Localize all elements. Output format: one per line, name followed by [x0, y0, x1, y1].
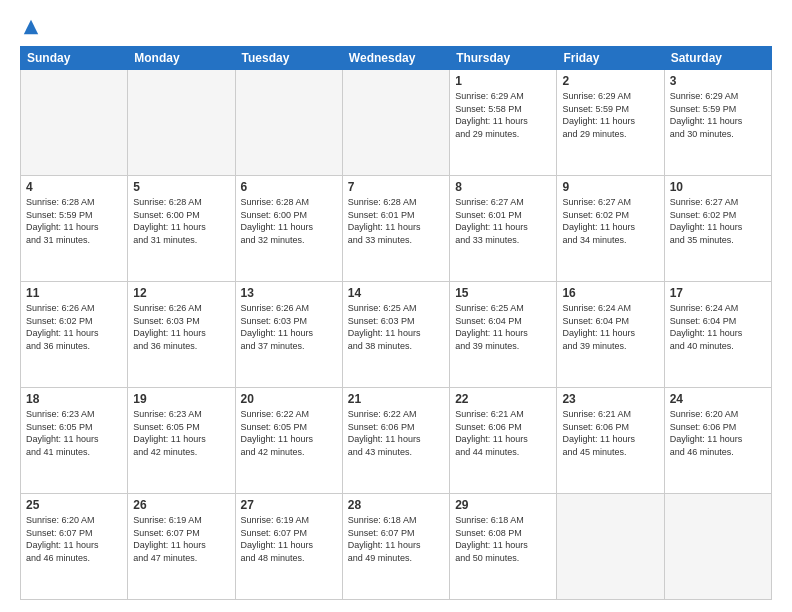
day-number: 14	[348, 286, 444, 300]
day-number: 24	[670, 392, 766, 406]
weekday-header-row: SundayMondayTuesdayWednesdayThursdayFrid…	[21, 47, 772, 70]
calendar-cell: 6Sunrise: 6:28 AM Sunset: 6:00 PM Daylig…	[235, 176, 342, 282]
day-info: Sunrise: 6:25 AM Sunset: 6:04 PM Dayligh…	[455, 302, 551, 352]
day-info: Sunrise: 6:19 AM Sunset: 6:07 PM Dayligh…	[241, 514, 337, 564]
day-number: 27	[241, 498, 337, 512]
day-info: Sunrise: 6:20 AM Sunset: 6:07 PM Dayligh…	[26, 514, 122, 564]
day-info: Sunrise: 6:26 AM Sunset: 6:02 PM Dayligh…	[26, 302, 122, 352]
day-number: 4	[26, 180, 122, 194]
calendar-week-row: 11Sunrise: 6:26 AM Sunset: 6:02 PM Dayli…	[21, 282, 772, 388]
logo	[20, 20, 40, 36]
calendar-cell: 3Sunrise: 6:29 AM Sunset: 5:59 PM Daylig…	[664, 70, 771, 176]
weekday-header: Sunday	[21, 47, 128, 70]
calendar-cell: 20Sunrise: 6:22 AM Sunset: 6:05 PM Dayli…	[235, 388, 342, 494]
calendar-cell	[557, 494, 664, 600]
calendar-cell: 28Sunrise: 6:18 AM Sunset: 6:07 PM Dayli…	[342, 494, 449, 600]
calendar-cell: 11Sunrise: 6:26 AM Sunset: 6:02 PM Dayli…	[21, 282, 128, 388]
svg-marker-0	[24, 20, 38, 34]
calendar-cell: 13Sunrise: 6:26 AM Sunset: 6:03 PM Dayli…	[235, 282, 342, 388]
calendar-cell: 22Sunrise: 6:21 AM Sunset: 6:06 PM Dayli…	[450, 388, 557, 494]
day-number: 8	[455, 180, 551, 194]
calendar-cell	[342, 70, 449, 176]
day-info: Sunrise: 6:26 AM Sunset: 6:03 PM Dayligh…	[133, 302, 229, 352]
day-info: Sunrise: 6:27 AM Sunset: 6:01 PM Dayligh…	[455, 196, 551, 246]
calendar-cell: 25Sunrise: 6:20 AM Sunset: 6:07 PM Dayli…	[21, 494, 128, 600]
day-number: 18	[26, 392, 122, 406]
day-info: Sunrise: 6:27 AM Sunset: 6:02 PM Dayligh…	[562, 196, 658, 246]
calendar-week-row: 1Sunrise: 6:29 AM Sunset: 5:58 PM Daylig…	[21, 70, 772, 176]
day-info: Sunrise: 6:22 AM Sunset: 6:05 PM Dayligh…	[241, 408, 337, 458]
calendar-cell: 27Sunrise: 6:19 AM Sunset: 6:07 PM Dayli…	[235, 494, 342, 600]
calendar-cell: 26Sunrise: 6:19 AM Sunset: 6:07 PM Dayli…	[128, 494, 235, 600]
day-number: 12	[133, 286, 229, 300]
calendar-cell: 14Sunrise: 6:25 AM Sunset: 6:03 PM Dayli…	[342, 282, 449, 388]
calendar-cell: 5Sunrise: 6:28 AM Sunset: 6:00 PM Daylig…	[128, 176, 235, 282]
day-number: 28	[348, 498, 444, 512]
day-number: 19	[133, 392, 229, 406]
day-info: Sunrise: 6:24 AM Sunset: 6:04 PM Dayligh…	[670, 302, 766, 352]
calendar-cell: 16Sunrise: 6:24 AM Sunset: 6:04 PM Dayli…	[557, 282, 664, 388]
calendar-cell: 29Sunrise: 6:18 AM Sunset: 6:08 PM Dayli…	[450, 494, 557, 600]
day-info: Sunrise: 6:25 AM Sunset: 6:03 PM Dayligh…	[348, 302, 444, 352]
day-info: Sunrise: 6:20 AM Sunset: 6:06 PM Dayligh…	[670, 408, 766, 458]
day-info: Sunrise: 6:28 AM Sunset: 6:00 PM Dayligh…	[241, 196, 337, 246]
calendar-cell	[21, 70, 128, 176]
day-number: 17	[670, 286, 766, 300]
day-number: 16	[562, 286, 658, 300]
day-info: Sunrise: 6:23 AM Sunset: 6:05 PM Dayligh…	[133, 408, 229, 458]
day-info: Sunrise: 6:29 AM Sunset: 5:58 PM Dayligh…	[455, 90, 551, 140]
day-number: 22	[455, 392, 551, 406]
calendar-cell: 1Sunrise: 6:29 AM Sunset: 5:58 PM Daylig…	[450, 70, 557, 176]
calendar-cell: 19Sunrise: 6:23 AM Sunset: 6:05 PM Dayli…	[128, 388, 235, 494]
day-info: Sunrise: 6:28 AM Sunset: 6:01 PM Dayligh…	[348, 196, 444, 246]
day-info: Sunrise: 6:18 AM Sunset: 6:07 PM Dayligh…	[348, 514, 444, 564]
day-number: 26	[133, 498, 229, 512]
calendar-cell: 24Sunrise: 6:20 AM Sunset: 6:06 PM Dayli…	[664, 388, 771, 494]
page-header	[20, 16, 772, 36]
calendar-cell: 8Sunrise: 6:27 AM Sunset: 6:01 PM Daylig…	[450, 176, 557, 282]
day-info: Sunrise: 6:29 AM Sunset: 5:59 PM Dayligh…	[562, 90, 658, 140]
day-info: Sunrise: 6:28 AM Sunset: 6:00 PM Dayligh…	[133, 196, 229, 246]
day-number: 3	[670, 74, 766, 88]
day-info: Sunrise: 6:21 AM Sunset: 6:06 PM Dayligh…	[455, 408, 551, 458]
weekday-header: Saturday	[664, 47, 771, 70]
day-number: 11	[26, 286, 122, 300]
calendar-cell: 17Sunrise: 6:24 AM Sunset: 6:04 PM Dayli…	[664, 282, 771, 388]
weekday-header: Thursday	[450, 47, 557, 70]
calendar-cell: 10Sunrise: 6:27 AM Sunset: 6:02 PM Dayli…	[664, 176, 771, 282]
day-number: 5	[133, 180, 229, 194]
calendar-cell: 15Sunrise: 6:25 AM Sunset: 6:04 PM Dayli…	[450, 282, 557, 388]
calendar-cell: 4Sunrise: 6:28 AM Sunset: 5:59 PM Daylig…	[21, 176, 128, 282]
day-number: 10	[670, 180, 766, 194]
weekday-header: Tuesday	[235, 47, 342, 70]
day-info: Sunrise: 6:21 AM Sunset: 6:06 PM Dayligh…	[562, 408, 658, 458]
day-number: 23	[562, 392, 658, 406]
day-info: Sunrise: 6:27 AM Sunset: 6:02 PM Dayligh…	[670, 196, 766, 246]
day-number: 6	[241, 180, 337, 194]
calendar-week-row: 4Sunrise: 6:28 AM Sunset: 5:59 PM Daylig…	[21, 176, 772, 282]
day-info: Sunrise: 6:26 AM Sunset: 6:03 PM Dayligh…	[241, 302, 337, 352]
calendar-week-row: 18Sunrise: 6:23 AM Sunset: 6:05 PM Dayli…	[21, 388, 772, 494]
calendar-cell	[235, 70, 342, 176]
day-info: Sunrise: 6:19 AM Sunset: 6:07 PM Dayligh…	[133, 514, 229, 564]
day-number: 15	[455, 286, 551, 300]
day-number: 25	[26, 498, 122, 512]
calendar-cell: 18Sunrise: 6:23 AM Sunset: 6:05 PM Dayli…	[21, 388, 128, 494]
calendar-cell	[128, 70, 235, 176]
calendar-cell: 21Sunrise: 6:22 AM Sunset: 6:06 PM Dayli…	[342, 388, 449, 494]
day-info: Sunrise: 6:23 AM Sunset: 6:05 PM Dayligh…	[26, 408, 122, 458]
calendar-cell: 23Sunrise: 6:21 AM Sunset: 6:06 PM Dayli…	[557, 388, 664, 494]
day-number: 7	[348, 180, 444, 194]
calendar-cell: 12Sunrise: 6:26 AM Sunset: 6:03 PM Dayli…	[128, 282, 235, 388]
day-info: Sunrise: 6:29 AM Sunset: 5:59 PM Dayligh…	[670, 90, 766, 140]
day-info: Sunrise: 6:28 AM Sunset: 5:59 PM Dayligh…	[26, 196, 122, 246]
calendar-cell: 2Sunrise: 6:29 AM Sunset: 5:59 PM Daylig…	[557, 70, 664, 176]
calendar-cell: 9Sunrise: 6:27 AM Sunset: 6:02 PM Daylig…	[557, 176, 664, 282]
weekday-header: Friday	[557, 47, 664, 70]
weekday-header: Monday	[128, 47, 235, 70]
calendar-week-row: 25Sunrise: 6:20 AM Sunset: 6:07 PM Dayli…	[21, 494, 772, 600]
day-number: 1	[455, 74, 551, 88]
calendar: SundayMondayTuesdayWednesdayThursdayFrid…	[20, 46, 772, 600]
weekday-header: Wednesday	[342, 47, 449, 70]
day-number: 2	[562, 74, 658, 88]
